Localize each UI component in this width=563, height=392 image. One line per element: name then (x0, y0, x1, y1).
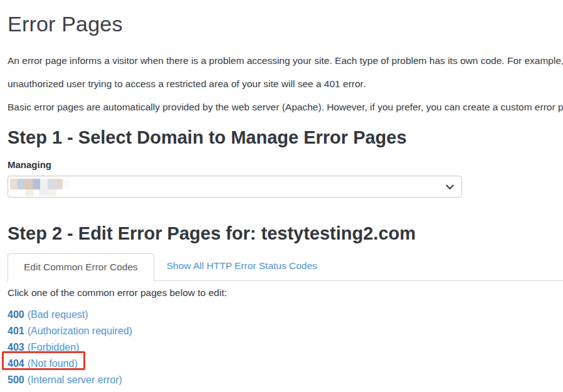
error-link-400[interactable]: 400(Bad request) (8, 307, 88, 323)
step1-heading: Step 1 - Select Domain to Manage Error P… (8, 125, 563, 149)
redacted-domain-value (10, 178, 73, 196)
error-desc-404: (Not found) (28, 358, 78, 369)
page-title: Error Pages (8, 10, 563, 38)
step2-heading: Step 2 - Edit Error Pages for: testytest… (8, 221, 563, 245)
error-code-500: 500 (8, 374, 24, 385)
error-link-403[interactable]: 403(Forbidden) (8, 339, 79, 356)
error-link-401[interactable]: 401(Authorization required) (8, 323, 132, 339)
common-error-pages-list: 400(Bad request) 401(Authorization requi… (8, 307, 563, 388)
error-desc-400: (Bad request) (28, 309, 88, 320)
instruction-text: Click one of the common error pages belo… (8, 285, 563, 300)
tab-show-all-http-error-status-codes[interactable]: Show All HTTP Error Status Codes (154, 253, 330, 281)
chevron-down-icon (446, 184, 454, 190)
error-desc-403: (Forbidden) (28, 342, 80, 352)
tab-edit-common-error-codes[interactable]: Edit Common Error Codes (8, 253, 154, 282)
error-code-400: 400 (8, 309, 24, 320)
error-code-404: 404 (8, 358, 24, 369)
intro-text-line-3: Basic error pages are automatically prov… (8, 99, 563, 115)
error-link-500[interactable]: 500(Internal server error) (8, 372, 122, 388)
error-link-404[interactable]: 404(Not found) (8, 356, 78, 372)
error-codes-tab-bar: Edit Common Error CodesShow All HTTP Err… (8, 253, 563, 281)
error-desc-500: (Internal server error) (28, 374, 122, 385)
intro-text-line-1: An error page informs a visitor when the… (8, 53, 563, 69)
managing-label: Managing (8, 158, 563, 172)
error-desc-401: (Authorization required) (28, 326, 132, 336)
error-code-401: 401 (8, 326, 24, 336)
intro-text-line-2: unauthorized user trying to access a res… (8, 76, 563, 92)
domain-select[interactable] (8, 176, 462, 198)
error-pages-page: Error Pages An error page informs a visi… (0, 10, 563, 388)
error-code-403: 403 (8, 342, 24, 352)
